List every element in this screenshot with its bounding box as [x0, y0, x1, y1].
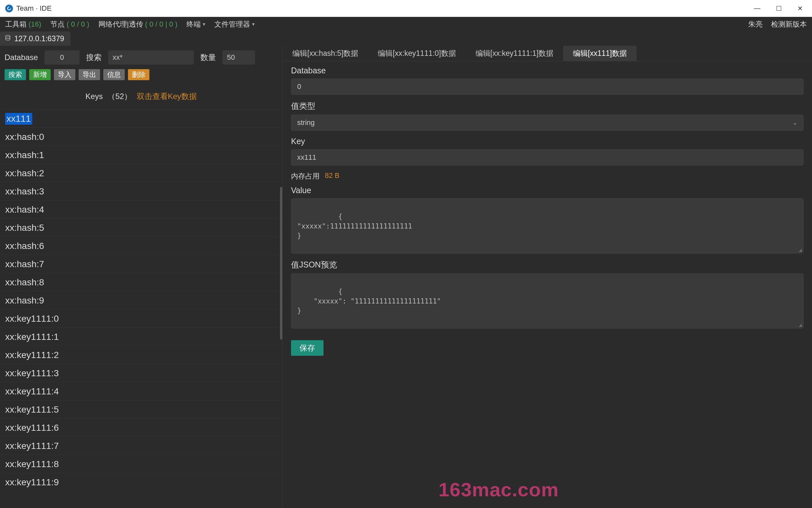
- key-row[interactable]: xx:hash:4: [0, 200, 282, 218]
- key-row[interactable]: xx:key1111:5: [0, 400, 282, 418]
- menu-netproxy-label: 网络代理|透传: [98, 19, 143, 29]
- editor-tab[interactable]: 编辑[xx:key1111:0]数据: [368, 46, 465, 61]
- key-row[interactable]: xx:key1111:0: [0, 309, 282, 328]
- menu-nodes[interactable]: 节点 ( 0 / 0 ): [50, 19, 89, 29]
- count-label: 数量: [200, 52, 216, 62]
- editor-tab[interactable]: 编辑[xx111]数据: [563, 46, 637, 61]
- editor-tabs: 编辑[xx:hash:5]数据编辑[xx:key1111:0]数据编辑[xx:k…: [283, 46, 812, 61]
- menu-check-update[interactable]: 检测新版本: [771, 19, 807, 29]
- key-row[interactable]: xx:hash:7: [0, 255, 282, 273]
- menu-filemanager-label: 文件管理器: [214, 19, 250, 29]
- connection-tab[interactable]: 127.0.0.1:6379: [0, 32, 71, 46]
- count-value: 50: [227, 53, 235, 62]
- key-row[interactable]: xx111: [0, 110, 282, 128]
- maximize-button[interactable]: ☐: [776, 5, 782, 12]
- memory-value: 82 B: [325, 171, 339, 181]
- menu-nodes-count: ( 0 / 0 ): [67, 20, 89, 29]
- menu-toolbox[interactable]: 工具箱 (16): [5, 19, 41, 29]
- count-input[interactable]: 50: [222, 50, 255, 65]
- key-row[interactable]: xx:key1111:7: [0, 436, 282, 455]
- resize-handle-icon[interactable]: [799, 249, 802, 252]
- key-row[interactable]: xx:key1111:6: [0, 418, 282, 436]
- menu-terminal[interactable]: 终端 ▾: [187, 19, 205, 29]
- key-list: xx111xx:hash:0xx:hash:1xx:hash:2xx:hash:…: [0, 110, 282, 508]
- field-type-select[interactable]: string ⌄: [291, 115, 804, 131]
- key-row[interactable]: xx:key1111:4: [0, 382, 282, 400]
- connection-tab-row: 127.0.0.1:6379: [0, 32, 812, 46]
- key-row[interactable]: xx:hash:0: [0, 128, 282, 146]
- sidebar-actions: 搜索 新增 导入 导出 信息 删除: [0, 68, 282, 83]
- close-button[interactable]: ✕: [798, 5, 803, 12]
- database-value: 0: [60, 53, 64, 62]
- menu-terminal-label: 终端: [187, 19, 201, 29]
- field-type-value: string: [297, 119, 315, 127]
- key-row[interactable]: xx:key1111:3: [0, 364, 282, 382]
- database-label: Database: [5, 53, 38, 62]
- import-button[interactable]: 导入: [54, 69, 75, 80]
- app-logo-icon: [5, 5, 13, 12]
- delete-button[interactable]: 删除: [128, 69, 150, 80]
- key-row[interactable]: xx:hash:3: [0, 182, 282, 200]
- field-type-label: 值类型: [291, 101, 804, 111]
- field-json-content: { "xxxxx": "11111111111111111111" }: [297, 288, 441, 314]
- key-row[interactable]: xx:key1111:9: [0, 473, 282, 491]
- key-row[interactable]: xx:hash:9: [0, 291, 282, 309]
- key-row[interactable]: xx:key1111:2: [0, 346, 282, 364]
- sidebar-filters: Database 0 搜索 xx* 数量 50: [0, 46, 282, 68]
- key-row[interactable]: xx:hash:5: [0, 218, 282, 237]
- field-value-label: Value: [291, 186, 804, 195]
- chevron-down-icon: ⌄: [793, 119, 798, 126]
- menu-toolbox-label: 工具箱: [5, 19, 27, 29]
- menu-toolbox-count: (16): [29, 20, 41, 29]
- field-json-textarea[interactable]: { "xxxxx": "11111111111111111111" }: [291, 273, 804, 329]
- keys-header-hint: 双击查看Key数据: [137, 92, 197, 101]
- field-value-textarea[interactable]: { "xxxxx":11111111111111111111 }: [291, 198, 804, 254]
- field-database-label: Database: [291, 66, 804, 75]
- field-database-input[interactable]: 0: [291, 79, 804, 95]
- connection-label: 127.0.0.1:6379: [14, 34, 64, 43]
- field-key-label: Key: [291, 137, 804, 146]
- key-row[interactable]: xx:hash:8: [0, 273, 282, 291]
- field-database-value: 0: [297, 82, 301, 91]
- save-button[interactable]: 保存: [291, 340, 324, 356]
- left-panel: Database 0 搜索 xx* 数量 50 搜索 新增 导入 导出 信息 删…: [0, 46, 283, 508]
- resize-handle-icon[interactable]: [799, 324, 802, 327]
- database-input[interactable]: 0: [44, 50, 80, 65]
- keys-header-count: （52）: [108, 92, 132, 101]
- svg-point-0: [5, 35, 10, 37]
- search-label: 搜索: [86, 52, 102, 62]
- scrollbar-thumb[interactable]: [280, 187, 282, 340]
- menu-nodes-label: 节点: [50, 19, 65, 29]
- keys-header-label: Keys: [85, 92, 103, 101]
- add-button[interactable]: 新增: [29, 69, 51, 80]
- key-row[interactable]: xx:key1111:8: [0, 455, 282, 473]
- key-row[interactable]: xx:hash:6: [0, 237, 282, 255]
- menu-netproxy-count: ( 0 / 0 | 0 ): [145, 20, 178, 29]
- export-button[interactable]: 导出: [79, 69, 100, 80]
- menu-netproxy[interactable]: 网络代理|透传 ( 0 / 0 | 0 ): [98, 19, 178, 29]
- window-controls: — ☐ ✕: [754, 5, 807, 12]
- info-button[interactable]: 信息: [103, 69, 125, 80]
- field-key-input[interactable]: xx111: [291, 149, 804, 166]
- editor-tab[interactable]: 编辑[xx:key1111:1]数据: [466, 46, 563, 61]
- menu-bar: 工具箱 (16) 节点 ( 0 / 0 ) 网络代理|透传 ( 0 / 0 | …: [0, 17, 812, 32]
- field-key-value: xx111: [297, 153, 316, 162]
- menu-filemanager[interactable]: 文件管理器 ▾: [214, 19, 255, 29]
- window-title: Team · IDE: [16, 4, 52, 13]
- key-row-label: xx111: [5, 113, 32, 125]
- key-row[interactable]: xx:hash:1: [0, 146, 282, 164]
- search-button[interactable]: 搜索: [5, 69, 26, 80]
- search-input[interactable]: xx*: [108, 50, 194, 65]
- right-panel: 编辑[xx:hash:5]数据编辑[xx:key1111:0]数据编辑[xx:k…: [283, 46, 812, 508]
- chevron-down-icon: ▾: [203, 21, 205, 27]
- key-row[interactable]: xx:hash:2: [0, 164, 282, 182]
- editor-tab[interactable]: 编辑[xx:hash:5]数据: [283, 46, 368, 61]
- key-row[interactable]: xx:key1111:1: [0, 328, 282, 346]
- search-value: xx*: [113, 53, 123, 62]
- memory-label: 内存占用: [291, 171, 320, 181]
- database-icon: [5, 35, 11, 43]
- minimize-button[interactable]: —: [754, 5, 760, 12]
- title-bar: Team · IDE — ☐ ✕: [0, 0, 812, 17]
- field-value-content: { "xxxxx":11111111111111111111 }: [297, 213, 412, 240]
- menu-user[interactable]: 朱亮: [748, 19, 763, 29]
